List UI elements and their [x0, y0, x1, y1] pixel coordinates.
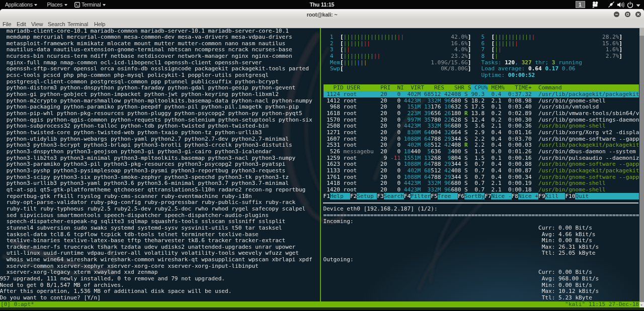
menu-file[interactable]: File [3, 20, 11, 28]
network-plug-icon[interactable] [608, 1, 615, 8]
power-icon[interactable] [627, 1, 633, 8]
minimize-button[interactable] [614, 12, 619, 17]
window-title: root@kali: ~ [0, 10, 644, 21]
menu-edit[interactable]: Edit [17, 20, 26, 28]
scrollbar-thumb[interactable] [639, 28, 644, 36]
top-panel: Applications Places Terminal Thu 11:15 1 [0, 0, 644, 9]
tmux-vertical-divider [320, 28, 321, 307]
workspace-indicator[interactable]: 1 [576, 1, 585, 9]
scrollbar-bottom-stepper[interactable] [639, 302, 644, 308]
close-button[interactable] [635, 12, 641, 17]
menu-search[interactable]: Search [48, 20, 65, 28]
menu-help[interactable]: Help [94, 20, 105, 28]
volume-icon[interactable] [617, 1, 624, 8]
htop-nload-pane[interactable]: 1 [|||||||||||||||||| 42.0%] 5 [||||||||… [324, 28, 639, 301]
chevron-down-icon[interactable] [636, 2, 640, 9]
tmux-host-clock: "kali" 11:15 27-Dec-18 [565, 301, 639, 308]
menu-terminal[interactable]: Terminal [67, 20, 88, 28]
screen-recorder-icon[interactable] [592, 1, 599, 8]
maximize-button[interactable] [625, 12, 630, 17]
menubar: FileEditViewSearchTerminalHelp [0, 20, 644, 28]
tmux-status-bar: [0] 0:apt* "kali" 11:15 27-Dec-18 [0, 301, 639, 308]
terminal-screen[interactable]: mariadb-client-core-10.1 mariadb-common … [0, 28, 644, 308]
tmux-horizontal-divider [323, 202, 638, 203]
scrollbar[interactable] [639, 28, 644, 308]
clock[interactable]: Thu 11:15 [0, 0, 644, 9]
menu-view[interactable]: View [31, 20, 43, 28]
tmux-session-label: [0] 0:apt* [1, 301, 34, 308]
titlebar[interactable]: root@kali: ~ [0, 9, 644, 21]
apt-pane[interactable]: mariadb-client-core-10.1 mariadb-common … [0, 28, 312, 301]
